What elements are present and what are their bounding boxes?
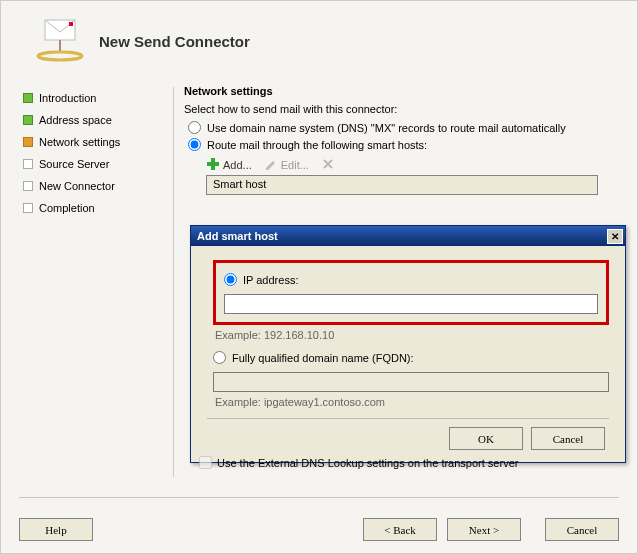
dialog-separator xyxy=(207,418,609,419)
next-button[interactable]: Next > xyxy=(447,518,521,541)
ok-button[interactable]: OK xyxy=(449,427,523,450)
fqdn-input xyxy=(213,372,609,392)
back-button[interactable]: < Back xyxy=(363,518,437,541)
svg-point-3 xyxy=(38,52,82,60)
x-icon xyxy=(321,157,335,173)
step-network-settings[interactable]: Network settings xyxy=(23,131,173,153)
prompt-text: Select how to send mail with this connec… xyxy=(184,103,621,115)
plus-icon xyxy=(206,157,220,173)
radio-dns[interactable] xyxy=(188,121,201,134)
radio-smarthost[interactable] xyxy=(188,138,201,151)
wizard-header: New Send Connector xyxy=(1,1,637,69)
radio-fqdn-label: Fully qualified domain name (FQDN): xyxy=(232,352,414,364)
dialog-title: Add smart host xyxy=(197,230,278,242)
wizard-cancel-button[interactable]: Cancel xyxy=(545,518,619,541)
step-source-server[interactable]: Source Server xyxy=(23,153,173,175)
radio-smarthost-label: Route mail through the following smart h… xyxy=(207,139,427,151)
wizard-title: New Send Connector xyxy=(99,33,250,50)
step-address-space[interactable]: Address space xyxy=(23,109,173,131)
section-title: Network settings xyxy=(184,85,621,97)
ext-dns-row[interactable]: Use the External DNS Lookup settings on … xyxy=(199,456,518,469)
pencil-icon xyxy=(264,157,278,173)
dialog-titlebar: Add smart host ✕ xyxy=(191,226,625,246)
dialog-close-button[interactable]: ✕ xyxy=(607,229,623,244)
wizard-steps: Introduction Address space Network setti… xyxy=(23,69,173,489)
ip-input[interactable] xyxy=(224,294,598,314)
radio-dns-row[interactable]: Use domain name system (DNS) "MX" record… xyxy=(188,121,621,134)
step-completion[interactable]: Completion xyxy=(23,197,173,219)
radio-ip[interactable] xyxy=(224,273,237,286)
connector-icon xyxy=(35,18,89,64)
add-smarthost-dialog: Add smart host ✕ IP address: Example: 19… xyxy=(190,225,626,463)
ext-dns-label: Use the External DNS Lookup settings on … xyxy=(217,457,518,469)
divider xyxy=(173,87,174,477)
ext-dns-checkbox xyxy=(199,456,212,469)
step-new-connector[interactable]: New Connector xyxy=(23,175,173,197)
svg-rect-5 xyxy=(207,162,219,166)
radio-fqdn[interactable] xyxy=(213,351,226,364)
example-fqdn: Example: ipgateway1.contoso.com xyxy=(215,396,609,408)
add-button[interactable]: Add... xyxy=(206,157,252,173)
close-icon: ✕ xyxy=(611,231,619,242)
smarthost-toolbar: Add... Edit... xyxy=(206,157,621,173)
radio-ip-label: IP address: xyxy=(243,274,298,286)
radio-dns-label: Use domain name system (DNS) "MX" record… xyxy=(207,122,566,134)
radio-ip-row[interactable]: IP address: xyxy=(224,273,598,286)
wizard-window: New Send Connector Introduction Address … xyxy=(0,0,638,554)
delete-button xyxy=(321,157,338,173)
edit-button: Edit... xyxy=(264,157,309,173)
footer-separator xyxy=(19,497,619,498)
svg-rect-1 xyxy=(69,22,73,26)
example-ip: Example: 192.168.10.10 xyxy=(215,329,609,341)
cancel-button[interactable]: Cancel xyxy=(531,427,605,450)
ip-highlight: IP address: xyxy=(213,260,609,325)
help-button[interactable]: Help xyxy=(19,518,93,541)
step-introduction[interactable]: Introduction xyxy=(23,87,173,109)
wizard-footer: Help < Back Next > Cancel xyxy=(1,518,637,541)
smarthost-grid-header: Smart host xyxy=(206,175,598,195)
radio-fqdn-row[interactable]: Fully qualified domain name (FQDN): xyxy=(213,351,609,364)
radio-smarthost-row[interactable]: Route mail through the following smart h… xyxy=(188,138,621,151)
